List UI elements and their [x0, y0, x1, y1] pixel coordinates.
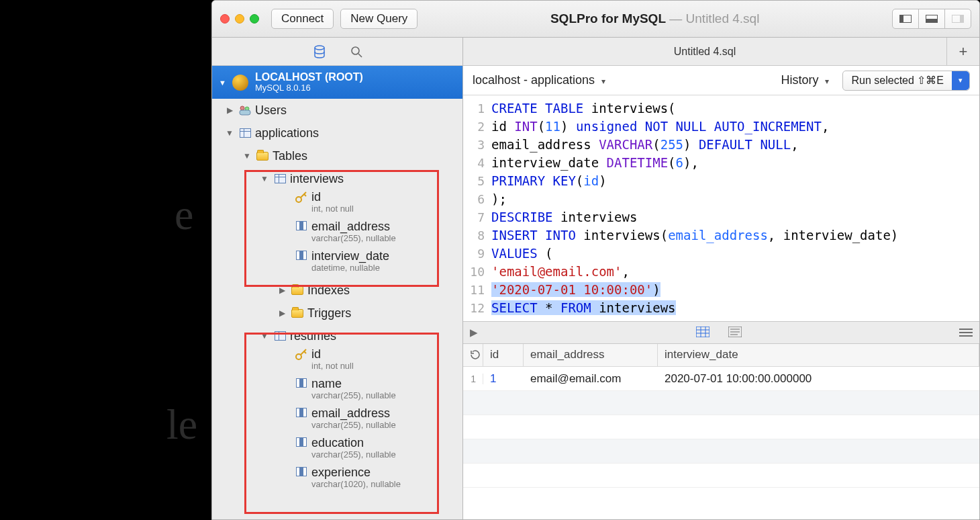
tree-label: Indexes	[307, 284, 350, 298]
column-type: varchar(255), nullable	[311, 421, 396, 429]
table-icon	[238, 128, 252, 138]
app-window: Connect New Query SQLPro for MySQL — Unt…	[211, 0, 980, 520]
column-name: id	[311, 347, 354, 361]
column-icon	[294, 251, 309, 260]
empty-row	[463, 415, 979, 439]
connection-header[interactable]: ▼ LOCALHOST (ROOT) MySQL 8.0.16	[212, 66, 462, 99]
key-icon	[294, 349, 309, 361]
chevron-right-icon	[277, 308, 287, 318]
results-grid[interactable]: id email_address interview_date 1 1 emai…	[463, 344, 979, 519]
cell-id[interactable]: 1	[483, 372, 524, 386]
row-number: 1	[463, 374, 483, 384]
column-type: int, not null	[311, 204, 354, 213]
new-query-button[interactable]: New Query	[340, 9, 418, 29]
connection-name: LOCALHOST (ROOT)	[255, 71, 363, 83]
tree-item-database[interactable]: applications	[212, 122, 462, 144]
column-icon	[294, 467, 309, 476]
play-icon[interactable]: ▶	[470, 327, 478, 339]
result-row[interactable]: 1 1 email@email.com 2020-07-01 10:00:00.…	[463, 367, 979, 391]
sql-editor[interactable]: 123456789101112 CREATE TABLE interviews(…	[463, 95, 979, 321]
view-left-panel-button[interactable]	[892, 9, 919, 29]
database-icon[interactable]	[313, 45, 326, 58]
chevron-down-icon	[242, 151, 252, 161]
chevron-down-icon	[259, 331, 270, 341]
column-header-id[interactable]: id	[483, 344, 524, 366]
connect-button[interactable]: Connect	[271, 9, 334, 29]
folder-icon	[290, 309, 305, 318]
app-name: SQLPro for MySQL	[550, 11, 666, 26]
chevron-down-icon: ▾	[601, 77, 605, 86]
context-bar: localhost - applications ▾ History ▾ Run…	[463, 66, 979, 95]
tree-item-table-resumes[interactable]: resumes	[212, 324, 462, 347]
code-area[interactable]: CREATE TABLE interviews( id INT(11) unsi…	[489, 95, 898, 321]
chevron-down-icon[interactable]: ▾	[952, 71, 969, 90]
menu-icon[interactable]	[959, 329, 973, 337]
tree-label: Tables	[273, 149, 307, 163]
text-view-icon[interactable]	[728, 327, 742, 339]
tree-item-indexes[interactable]: Indexes	[212, 279, 462, 302]
minimize-icon[interactable]	[235, 14, 244, 24]
tree-item-column[interactable]: idint, not null	[212, 347, 462, 377]
main-panel: Untitled 4.sql + localhost - application…	[463, 38, 979, 519]
background-text: le	[166, 400, 197, 449]
tree-item-column[interactable]: email_addressvarchar(255), nullable	[212, 406, 462, 436]
svg-rect-12	[696, 327, 709, 337]
column-header-date[interactable]: interview_date	[658, 344, 979, 366]
tab-bar: Untitled 4.sql +	[463, 38, 979, 66]
tree-item-column[interactable]: educationvarchar(255), nullable	[212, 436, 462, 466]
run-selected-button[interactable]: Run selected ⇧⌘E ▾	[842, 71, 970, 91]
tree-label: interviews	[290, 172, 344, 186]
column-icon	[294, 221, 309, 230]
schema-tree: Users applications Tables interviews	[212, 99, 462, 519]
tab-untitled[interactable]: Untitled 4.sql	[463, 38, 947, 65]
refresh-icon[interactable]	[463, 344, 483, 366]
svg-point-9	[296, 354, 301, 359]
tree-item-table-interviews[interactable]: interviews	[212, 167, 462, 190]
key-icon	[294, 191, 309, 204]
folder-icon	[255, 152, 270, 161]
column-type: varchar(255), nullable	[311, 391, 396, 400]
column-type: varchar(1020), nullable	[311, 480, 401, 488]
sidebar-toolbar	[212, 38, 462, 66]
tree-item-column[interactable]: namevarchar(255), nullable	[212, 377, 462, 406]
svg-point-3	[240, 106, 244, 110]
column-type: varchar(255), nullable	[311, 450, 396, 459]
column-name: interview_date	[311, 249, 389, 263]
maximize-icon[interactable]	[250, 14, 259, 24]
tree-item-column[interactable]: interview_datedatetime, nullable	[212, 249, 462, 279]
view-bottom-panel-button[interactable]	[918, 9, 945, 29]
tree-label: applications	[255, 126, 319, 140]
tree-item-triggers[interactable]: Triggers	[212, 302, 462, 324]
grid-view-icon[interactable]	[696, 327, 709, 339]
column-name: experience	[311, 466, 401, 480]
tree-item-column[interactable]: experiencevarchar(1020), nullable	[212, 466, 462, 495]
new-tab-button[interactable]: +	[947, 38, 979, 65]
column-name: email_address	[311, 406, 396, 421]
scope-dropdown[interactable]: localhost - applications ▾	[473, 73, 605, 87]
tree-item-column[interactable]: idint, not null	[212, 190, 462, 220]
document-name: Untitled 4.sql	[686, 11, 760, 26]
column-type: int, not null	[311, 361, 354, 370]
tree-item-users[interactable]: Users	[212, 99, 462, 122]
tree-label: Users	[255, 103, 287, 118]
column-name: name	[311, 377, 396, 391]
column-header-email[interactable]: email_address	[524, 344, 658, 366]
empty-row	[463, 439, 979, 464]
folder-icon	[290, 286, 305, 295]
svg-line-2	[358, 54, 362, 57]
search-icon[interactable]	[350, 46, 362, 58]
titlebar: Connect New Query SQLPro for MySQL — Unt…	[212, 1, 979, 38]
svg-line-11	[304, 351, 306, 353]
cell-date[interactable]: 2020-07-01 10:00:00.000000	[658, 372, 979, 386]
chevron-down-icon	[259, 174, 270, 183]
cell-email[interactable]: email@email.com	[524, 372, 658, 386]
column-type: datetime, nullable	[311, 263, 389, 272]
tree-item-column[interactable]: email_addressvarchar(255), nullable	[212, 220, 462, 249]
close-icon[interactable]	[220, 14, 230, 24]
history-dropdown[interactable]: History ▾	[781, 73, 829, 87]
window-title: SQLPro for MySQL — Untitled 4.sql	[424, 11, 885, 26]
view-right-panel-button[interactable]	[944, 9, 971, 29]
table-icon	[273, 174, 287, 183]
chevron-down-icon: ▼	[219, 79, 226, 87]
tree-item-tables[interactable]: Tables	[212, 144, 462, 167]
